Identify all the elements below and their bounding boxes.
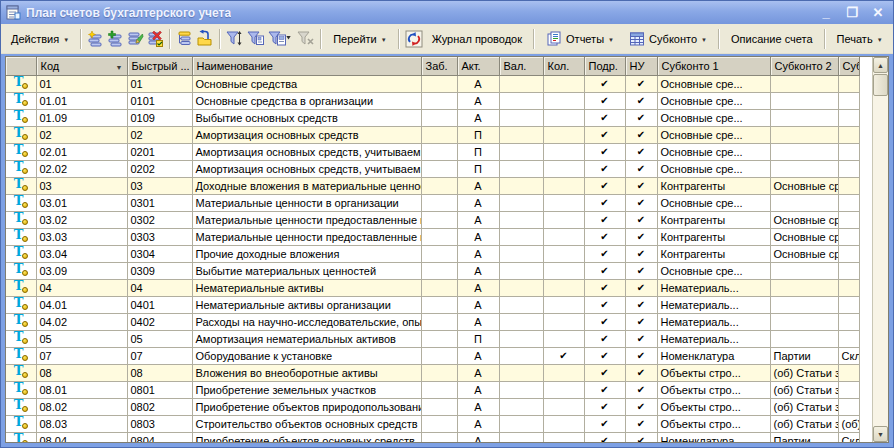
delete-item-button[interactable] [146, 27, 165, 50]
account-description-button[interactable]: Описание счета [724, 28, 820, 50]
table-row[interactable]: Т02.020202Амортизация основных средств, … [6, 160, 860, 177]
add-item-button[interactable] [86, 27, 105, 50]
cell-subconto-2: (об) Статьи за... [770, 364, 838, 381]
column-header-Акт.[interactable]: Акт. [457, 57, 499, 75]
table-row[interactable]: Т04.010401Нематериальные активы организа… [6, 296, 860, 313]
cell-analytics: ✔ [584, 211, 625, 228]
column-header-Субконто 2[interactable]: Субконто 2 [770, 57, 838, 75]
cell-code: 07 [36, 347, 127, 364]
column-header-НУ[interactable]: НУ [625, 57, 657, 75]
cell-quick-code: 07 [127, 347, 192, 364]
account-icon: Т [14, 212, 28, 225]
table-row[interactable]: Т0505Амортизация нематериальных активовП… [6, 330, 860, 347]
table-row[interactable]: Т01.010101Основные средства в организаци… [6, 92, 860, 109]
table-row[interactable]: Т08.020802Приобретение объектов природоп… [6, 398, 860, 415]
cell-tax-accounting: ✔ [625, 296, 657, 313]
subconto-menu-button[interactable]: Субконто▼ [622, 26, 714, 52]
table-row[interactable]: Т08.040804Приобретение объектов основных… [6, 432, 860, 442]
table-row[interactable]: Т0404Нематериальные активыА✔✔Нематериаль… [6, 279, 860, 296]
cell-subconto-1: Основные сре... [657, 75, 770, 92]
column-header-Вал.[interactable]: Вал. [499, 57, 543, 75]
table-row[interactable]: Т03.040304Прочие доходные вложенияА✔✔Кон… [6, 245, 860, 262]
refresh-button[interactable] [404, 27, 424, 50]
move-to-group-button[interactable] [195, 27, 215, 50]
cell-quick-code: 0804 [127, 432, 192, 442]
cell-account-type: Т [6, 279, 36, 296]
cell-active: А [457, 364, 499, 381]
hierarchy-view-button[interactable] [175, 27, 194, 50]
table-row[interactable]: Т03.020302Материальные ценности предоста… [6, 211, 860, 228]
toolbar-separator [824, 29, 826, 49]
column-header-icon[interactable] [6, 57, 36, 75]
goto-menu-button[interactable]: Перейти▼ [326, 28, 394, 50]
toolbar-separator [169, 29, 171, 49]
cell-active: А [457, 432, 499, 442]
cell-name: Доходные вложения в материальные ценнос.… [192, 177, 421, 194]
toolbar-separator [718, 29, 720, 49]
table-row[interactable]: Т04.020402Расходы на научно-исследовател… [6, 313, 860, 330]
cell-subconto-2: (об) Статьи за... [770, 415, 838, 432]
cell-offbalance [421, 432, 457, 442]
table-row[interactable]: Т0707Оборудование к установкеА✔✔✔Номенкл… [6, 347, 860, 364]
cell-quick-code: 0402 [127, 313, 192, 330]
cell-tax-accounting: ✔ [625, 313, 657, 330]
column-header-Кол.[interactable]: Кол. [543, 57, 584, 75]
scrollbar-thumb[interactable] [873, 74, 888, 96]
scroll-down-button[interactable]: ▼ [873, 426, 888, 442]
cell-subconto-1: Основные сре... [657, 92, 770, 109]
table-row[interactable]: Т0808Вложения во внеоборотные активыА✔✔О… [6, 364, 860, 381]
cell-analytics: ✔ [584, 194, 625, 211]
filter-history-button[interactable] [267, 27, 295, 50]
clear-filter-button[interactable] [296, 27, 316, 50]
column-header-Быстрый ...[interactable]: Быстрый ... [127, 57, 192, 75]
cell-account-type: Т [6, 75, 36, 92]
account-icon: Т [14, 127, 28, 140]
cell-subconto-1: Объекты стро... [657, 364, 770, 381]
actions-menu-button[interactable]: Действия▼ [4, 28, 76, 50]
table-row[interactable]: Т0202Амортизация основных средствП✔✔Осно… [6, 126, 860, 143]
cell-subconto-2: Основные сре... [770, 211, 838, 228]
table-row[interactable]: Т0303Доходные вложения в материальные це… [6, 177, 860, 194]
table-row[interactable]: Т01.090109Выбытие основных средствА✔✔Осн… [6, 109, 860, 126]
table-row[interactable]: Т08.030803Строительство объектов основны… [6, 415, 860, 432]
column-header-Субконто 1[interactable]: Субконто 1 [657, 57, 770, 75]
journal-button[interactable]: Журнал проводок [425, 28, 529, 50]
cell-tax-accounting: ✔ [625, 432, 657, 442]
column-header-Код[interactable]: Код▼ [36, 57, 127, 75]
table-row[interactable]: Т02.010201Амортизация основных средств, … [6, 143, 860, 160]
cell-currency [499, 398, 543, 415]
edit-item-button[interactable] [126, 27, 145, 50]
account-icon: Т [14, 416, 28, 429]
column-header-Подр.[interactable]: Подр. [584, 57, 625, 75]
table-row[interactable]: Т03.010301Материальные ценности в органи… [6, 194, 860, 211]
cell-account-type: Т [6, 92, 36, 109]
column-header-Наименование[interactable]: Наименование [192, 57, 421, 75]
cell-tax-accounting: ✔ [625, 126, 657, 143]
cell-currency [499, 347, 543, 364]
cell-active: А [457, 398, 499, 415]
table-row[interactable]: Т08.010801Приобретение земельных участко… [6, 381, 860, 398]
cell-offbalance [421, 109, 457, 126]
table-row[interactable]: Т0101Основные средстваА✔✔Основные сре... [6, 75, 860, 92]
cell-offbalance [421, 398, 457, 415]
add-group-button[interactable] [106, 27, 125, 50]
print-menu-button[interactable]: Печать▼ [830, 28, 890, 50]
filter-sort-button[interactable] [225, 27, 245, 50]
close-button[interactable]: ✕ [870, 6, 886, 20]
scroll-up-button[interactable]: ▲ [873, 57, 888, 73]
filter-by-value-button[interactable] [246, 27, 266, 50]
minimize-button[interactable]: _ [818, 6, 834, 20]
table-row[interactable]: Т03.090309Выбытие материальных ценностей… [6, 262, 860, 279]
reports-menu-button[interactable]: Отчеты▼ [539, 26, 621, 52]
cell-currency [499, 279, 543, 296]
vertical-scrollbar[interactable]: ▲ ▼ [872, 57, 888, 442]
maximize-button[interactable]: ❐ [844, 6, 860, 20]
cell-currency [499, 432, 543, 442]
column-header-Субконто 3[interactable]: Субконто 3 [838, 57, 860, 75]
column-header-Заб.[interactable]: Заб. [421, 57, 457, 75]
cell-active: А [457, 381, 499, 398]
cell-subconto-3 [838, 126, 860, 143]
table-row[interactable]: Т03.030303Материальные ценности предоста… [6, 228, 860, 245]
toolbar: Действия▼ [1, 24, 893, 54]
cell-subconto-3 [838, 92, 860, 109]
